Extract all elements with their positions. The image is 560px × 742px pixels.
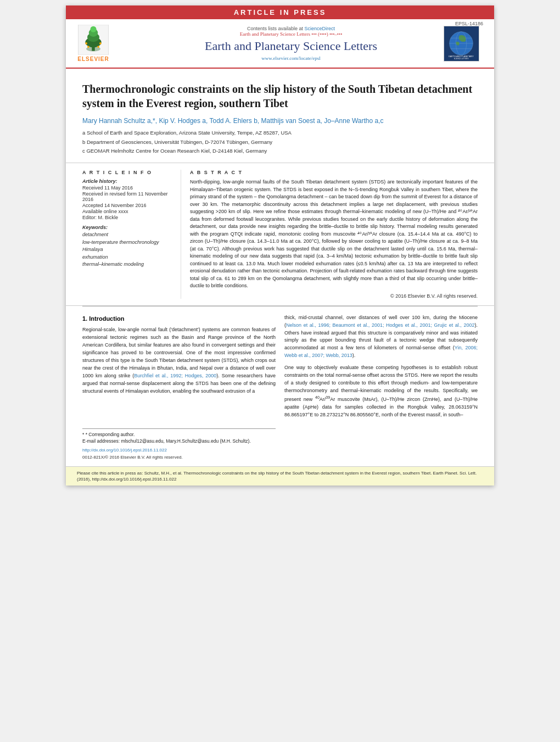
affil-3: c GEOMAR Helmholtz Centre for Ocean Rese… [82, 147, 478, 155]
epsl-label: EPSL-14186 [455, 21, 483, 26]
article-info-title: A R T I C L E I N F O [82, 170, 172, 175]
elsevier-logo: ELSEVIER [77, 25, 110, 62]
intro-heading-text: 1. Introduction [82, 315, 124, 322]
header-right: EARTH AND PLANETARY SCIENCE LETTERS [439, 24, 483, 63]
keywords-block: Keywords: detachment low-temperature the… [82, 225, 172, 269]
footnote-star: * [82, 432, 84, 437]
intro-para-1: Regional-scale, low-angle normal fault (… [82, 326, 276, 395]
keyword-2: low-temperature thermochronology [82, 239, 172, 247]
earth-logo-icon: EARTH AND PLANETARY SCIENCE LETTERS [444, 26, 479, 62]
footnote-area: * * Corresponding author. E-mail address… [82, 428, 276, 445]
article-info-abstract: A R T I C L E I N F O Article history: R… [66, 163, 494, 306]
abstract-text: North-dipping, low-angle normal faults o… [190, 178, 478, 290]
intro-para-3: One way to objectively evaluate these co… [284, 364, 478, 419]
keyword-4: exhumation [82, 254, 172, 261]
citation-text: Please cite this article in press as: Sc… [77, 471, 477, 482]
elsevier-brand-text: ELSEVIER [77, 56, 109, 62]
keywords-label: Keywords: [82, 225, 172, 230]
citation-bar: Please cite this article in press as: Sc… [66, 466, 494, 486]
journal-header: ELSEVIER Contents lists available at Sci… [66, 19, 494, 69]
journal-url-top: Earth and Planetary Science Letters ••• … [148, 31, 434, 37]
copyright-line: © 2016 Elsevier B.V. All rights reserved… [190, 293, 478, 299]
svg-point-9 [87, 46, 89, 48]
history-label: Article history: [82, 178, 172, 184]
footnote-corresponding-text: * Corresponding author. [86, 432, 135, 437]
header-left: ELSEVIER [77, 24, 143, 63]
abstract-title: A B S T R A C T [190, 170, 478, 175]
keyword-1: detachment [82, 231, 172, 239]
available-online: Available online xxxx [82, 209, 172, 214]
editor-line: Editor: M. Bickle [82, 215, 172, 220]
intro-heading: 1. Introduction [82, 314, 276, 323]
keyword-3: Himalaya [82, 246, 172, 254]
received-revised-date: Received in revised form 11 November 201… [82, 191, 172, 202]
article-info-panel: A R T I C L E I N F O Article history: R… [82, 170, 181, 299]
body-left-col: 1. Introduction Regional-scale, low-angl… [82, 314, 276, 461]
header-center: Contents lists available at ScienceDirec… [143, 24, 439, 63]
footnote-corresponding: * * Corresponding author. [82, 431, 276, 438]
doi-line2: 0012-821X/© 2016 Elsevier B.V. All right… [82, 454, 276, 461]
affil-1: a School of Earth and Space Exploration,… [82, 129, 478, 137]
elsevier-tree-icon [77, 25, 110, 55]
svg-point-10 [97, 46, 99, 48]
page: ARTICLE IN PRESS EPSL-14186 [66, 5, 494, 486]
received-date: Received 11 May 2016 [82, 185, 172, 191]
article-title: Thermochronologic constraints on the sli… [82, 82, 478, 110]
doi-line1[interactable]: http://dx.doi.org/10.1016/j.epsl.2016.11… [82, 447, 276, 454]
body-right-col: thick, mid-crustal channel, over distanc… [284, 314, 478, 461]
accepted-date: Accepted 14 November 2016 [82, 203, 172, 208]
svg-text:SCIENCE LETTERS: SCIENCE LETTERS [453, 58, 468, 60]
intro-para-2: thick, mid-crustal channel, over distanc… [284, 314, 478, 360]
keywords-list: detachment low-temperature thermochronol… [82, 231, 172, 269]
svg-point-8 [99, 42, 102, 44]
affil-2: b Department of Geosciences, Universität… [82, 138, 478, 146]
svg-point-6 [91, 26, 97, 32]
body-content: 1. Introduction Regional-scale, low-angl… [66, 306, 494, 466]
footnote-email: E-mail addresses: mlschul12@asu.edu, Mar… [82, 438, 276, 445]
article-in-press-banner: ARTICLE IN PRESS [66, 5, 494, 19]
abstract-panel: A B S T R A C T North-dipping, low-angle… [181, 170, 478, 299]
journal-url-bottom[interactable]: www.elsevier.com/locate/epsl [148, 55, 434, 61]
affiliations: a School of Earth and Space Exploration,… [82, 129, 478, 155]
banner-text: ARTICLE IN PRESS [234, 8, 327, 16]
authors-line: Mary Hannah Schultz a,*, Kip V. Hodges a… [82, 117, 478, 125]
history-block: Article history: Received 11 May 2016 Re… [82, 178, 172, 220]
sciencedirect-link[interactable]: ScienceDirect [305, 26, 335, 31]
contents-line: Contents lists available at ScienceDirec… [148, 26, 434, 31]
svg-point-7 [85, 42, 87, 44]
journal-title: Earth and Planetary Science Letters [148, 39, 434, 53]
title-section: Thermochronologic constraints on the sli… [66, 69, 494, 163]
keyword-5: thermal–kinematic modeling [82, 261, 172, 269]
